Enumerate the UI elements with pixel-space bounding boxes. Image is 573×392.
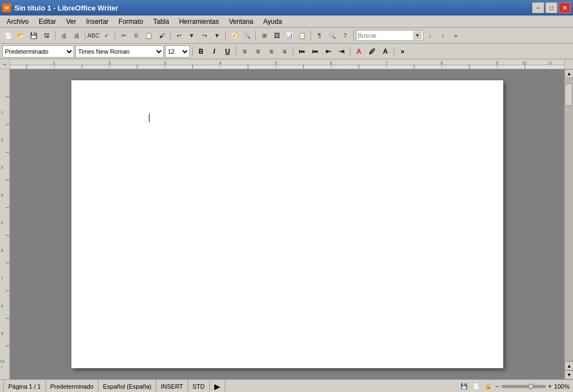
fmt-separator-4	[350, 47, 350, 56]
scroll-thumb[interactable]	[565, 84, 572, 106]
scroll-down-button[interactable]: ▼	[565, 370, 573, 379]
save-doc-icon[interactable]: 💾	[459, 381, 469, 391]
align-justify-button[interactable]: ≡	[278, 45, 291, 58]
toolbar-separator-8	[353, 30, 354, 40]
align-right-button[interactable]: ≡	[265, 45, 277, 58]
search-next-button[interactable]: ↑	[437, 29, 449, 42]
outdent-button[interactable]: ⇤	[322, 45, 334, 58]
page-content[interactable]	[71, 80, 503, 368]
svg-text:5: 5	[275, 61, 277, 65]
window-controls: ─ □ ✕	[532, 2, 571, 13]
search-dropdown[interactable]: ▼	[413, 31, 422, 40]
help-button[interactable]: ?	[339, 29, 351, 42]
align-left-button[interactable]: ≡	[239, 45, 251, 58]
svg-text:4: 4	[1, 193, 3, 197]
insert-calc-button[interactable]: 📋	[296, 29, 308, 42]
menu-formato[interactable]: Formato	[114, 17, 148, 27]
numbering-button[interactable]: ≔	[296, 45, 308, 58]
align-center-button[interactable]: ≡	[252, 45, 264, 58]
menu-archivo[interactable]: Archivo	[2, 17, 33, 27]
nonprinting-button[interactable]: ¶	[313, 29, 326, 42]
char-bg-button[interactable]: A	[379, 45, 391, 58]
italic-button[interactable]: I	[208, 45, 220, 58]
font-select[interactable]: Times New Roman	[75, 45, 164, 58]
svg-text:7: 7	[385, 61, 388, 65]
ruler-bar: ↔ 1 2 3 4 5	[0, 59, 573, 69]
find-button[interactable]: 🔍	[241, 29, 253, 42]
redo-button[interactable]: ↪	[198, 29, 210, 42]
search-input[interactable]	[358, 32, 413, 39]
print-button[interactable]: 🖨	[70, 29, 82, 42]
macro-button[interactable]: ▶	[210, 380, 225, 392]
toolbar-separator-2	[85, 30, 85, 40]
scroll-down-prev[interactable]: ▲	[565, 362, 573, 370]
print-preview-button[interactable]: 🖨	[58, 29, 70, 42]
zoom-bar[interactable]	[502, 385, 546, 388]
minimize-button[interactable]: ─	[532, 2, 544, 13]
svg-text:8: 8	[441, 61, 443, 65]
menu-ayuda[interactable]: Ayuda	[259, 17, 287, 27]
status-right: 💾 📄 🔒 − + 100%	[459, 381, 570, 391]
autocorrect-button[interactable]: ✓	[100, 29, 112, 42]
document-area[interactable]	[10, 69, 564, 379]
std-mode[interactable]: STD	[188, 380, 210, 392]
zoom-slider[interactable]: − +	[495, 383, 552, 390]
scroll-track[interactable]	[565, 78, 573, 362]
toolbar-separator-5	[225, 30, 226, 40]
save-button[interactable]: 💾	[28, 29, 40, 42]
restore-button[interactable]: □	[545, 2, 557, 13]
table-button[interactable]: ⊞	[258, 29, 270, 42]
size-select[interactable]: 12	[165, 45, 190, 58]
highlight-button[interactable]: 🖊	[366, 45, 378, 58]
zoom-button[interactable]: 🔍	[326, 29, 338, 42]
save-as-button[interactable]: 🖫	[40, 29, 53, 42]
more-options[interactable]: »	[396, 45, 409, 58]
open-button[interactable]: 📂	[15, 29, 27, 42]
zoom-in-icon[interactable]: +	[548, 383, 552, 390]
indent-button[interactable]: ⇥	[335, 45, 348, 58]
undo-dropdown[interactable]: ▼	[185, 29, 198, 42]
zoom-out-icon[interactable]: −	[495, 383, 499, 390]
menu-ventana[interactable]: Ventana	[224, 17, 257, 27]
underline-button[interactable]: U	[221, 45, 234, 58]
new-button[interactable]: 📄	[2, 29, 14, 42]
menu-herramientas[interactable]: Herramientas	[174, 17, 223, 27]
spellcheck-button[interactable]: ABC	[87, 29, 100, 42]
menu-insertar[interactable]: Insertar	[81, 17, 113, 27]
menu-editar[interactable]: Editar	[34, 17, 60, 27]
clone-format-button[interactable]: 🖌	[156, 29, 168, 42]
svg-text:9: 9	[496, 61, 498, 65]
doc-info-icon[interactable]: 📄	[471, 381, 481, 391]
document-page[interactable]	[71, 80, 503, 368]
digital-sign-icon[interactable]: 🔒	[483, 381, 493, 391]
svg-text:2: 2	[109, 61, 111, 65]
bullets-button[interactable]: ≔	[309, 45, 321, 58]
svg-text:4: 4	[219, 61, 221, 65]
text-cursor	[149, 114, 149, 122]
style-select[interactable]: Predeterminado	[2, 45, 74, 58]
svg-text:11: 11	[548, 61, 553, 65]
scroll-up-button[interactable]: ▲	[565, 69, 573, 78]
standard-toolbar: 📄 📂 💾 🖫 🖨 🖨 ABC ✓ ✂ ⎘ 📋 🖌 ↩ ▼ ↪ ▼ 🧭 🔍 ⊞ …	[0, 28, 573, 44]
language-status: Español (España)	[99, 380, 156, 392]
search-prev-button[interactable]: ↓	[424, 29, 436, 42]
fmt-separator-1	[192, 47, 193, 56]
toolbar-options[interactable]: »	[450, 29, 462, 42]
copy-button[interactable]: ⎘	[130, 29, 142, 42]
font-color-button[interactable]: A	[353, 45, 365, 58]
cut-button[interactable]: ✂	[117, 29, 130, 42]
ruler-corner[interactable]: ↔	[0, 59, 10, 69]
undo-button[interactable]: ↩	[173, 29, 185, 42]
insert-mode[interactable]: INSERT	[156, 380, 188, 392]
redo-dropdown[interactable]: ▼	[211, 29, 223, 42]
navigator-button[interactable]: 🧭	[228, 29, 240, 42]
paste-button[interactable]: 📋	[143, 29, 155, 42]
insert-chart-button[interactable]: 📊	[283, 29, 296, 42]
menu-tabla[interactable]: Tabla	[149, 17, 174, 27]
close-button[interactable]: ✕	[559, 2, 571, 13]
insert-image-button[interactable]: 🖼	[271, 29, 283, 42]
zoom-handle[interactable]	[528, 384, 534, 389]
search-box[interactable]: ▼	[356, 30, 424, 41]
bold-button[interactable]: B	[195, 45, 207, 58]
menu-ver[interactable]: Ver	[61, 17, 80, 27]
